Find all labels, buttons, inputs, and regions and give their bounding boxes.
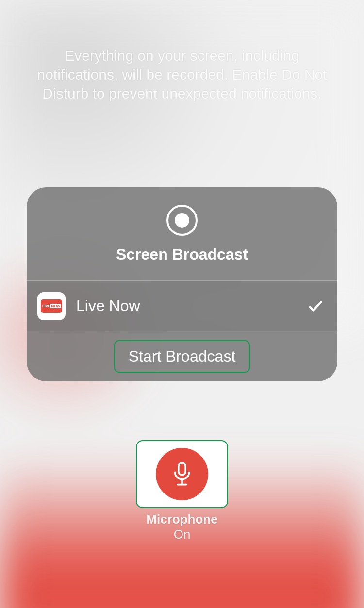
recording-warning-text: Everything on your screen, including not… (0, 46, 364, 103)
microphone-status: On (174, 527, 191, 542)
record-icon (166, 205, 198, 236)
microphone-toggle-button[interactable] (136, 440, 228, 508)
microphone-section: Microphone On (0, 440, 364, 542)
microphone-icon (156, 448, 208, 500)
panel-title: Screen Broadcast (116, 246, 248, 263)
broadcast-panel: Screen Broadcast LIVENOW Live Now Start … (27, 187, 337, 381)
start-broadcast-label: Start Broadcast (129, 347, 236, 365)
panel-header: Screen Broadcast (27, 187, 337, 281)
start-broadcast-button[interactable]: Start Broadcast (114, 340, 250, 373)
broadcast-app-name: Live Now (76, 297, 307, 315)
panel-action-row: Start Broadcast (27, 331, 337, 381)
broadcast-app-row[interactable]: LIVENOW Live Now (27, 281, 337, 331)
microphone-label: Microphone (146, 512, 217, 527)
svg-rect-0 (179, 463, 185, 475)
live-now-app-icon: LIVENOW (37, 292, 66, 320)
checkmark-icon (307, 298, 324, 314)
